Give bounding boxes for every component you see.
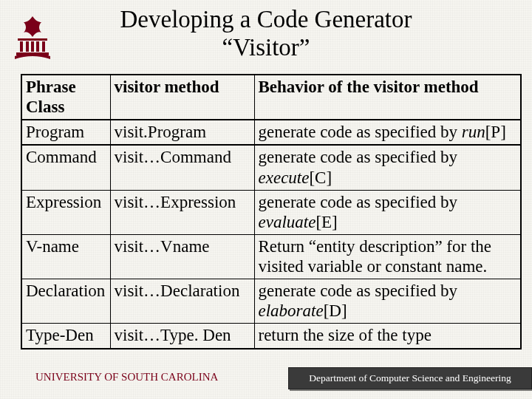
header-visitor-method: visitor method bbox=[110, 75, 254, 120]
footer: UNIVERSITY OF SOUTH CAROLINA Department … bbox=[30, 365, 532, 390]
behavior-italic: elaborate bbox=[259, 301, 324, 320]
behavior-italic: execute bbox=[259, 168, 310, 187]
cell-method: visit…Vname bbox=[110, 234, 254, 279]
cell-method: visit…Declaration bbox=[110, 279, 254, 324]
cell-behavior: generate code as specified by execute[C] bbox=[254, 145, 521, 190]
behavior-italic: evaluate bbox=[259, 213, 316, 231]
behavior-pre: generate code as specified by bbox=[259, 282, 457, 300]
cell-method: visit…Type. Den bbox=[110, 324, 254, 349]
behavior-pre: Return “entity description” for the visi… bbox=[259, 237, 492, 276]
svg-rect-3 bbox=[31, 41, 34, 52]
cell-phrase: Type-Den bbox=[21, 324, 110, 349]
behavior-pre: generate code as specified by bbox=[259, 148, 457, 166]
slide-title: Developing a Code Generator “Visitor” bbox=[0, 0, 532, 62]
table-row: Declaration visit…Declaration generate c… bbox=[21, 279, 521, 324]
behavior-italic: run bbox=[462, 123, 485, 141]
table-row: Expression visit…Expression generate cod… bbox=[21, 190, 521, 234]
behavior-post: [E] bbox=[316, 213, 337, 231]
slide: Developing a Code Generator “Visitor” Ph… bbox=[0, 0, 532, 399]
cell-method: visit.Program bbox=[110, 120, 254, 145]
header-behavior: Behavior of the visitor method bbox=[254, 75, 521, 120]
cell-behavior: generate code as specified by run[P] bbox=[254, 120, 521, 145]
cell-phrase: Command bbox=[21, 145, 110, 190]
cell-behavior: return the size of the type bbox=[254, 324, 521, 349]
svg-rect-0 bbox=[18, 38, 47, 41]
cell-behavior: generate code as specified by evaluate[E… bbox=[254, 190, 521, 234]
cell-behavior: Return “entity description” for the visi… bbox=[254, 234, 521, 279]
table-row: Command visit…Command generate code as s… bbox=[21, 145, 521, 190]
table-row: Type-Den visit…Type. Den return the size… bbox=[21, 324, 521, 349]
cell-phrase: V-name bbox=[21, 234, 110, 279]
cell-phrase: Program bbox=[21, 120, 110, 145]
footer-department: Department of Computer Science and Engin… bbox=[288, 367, 532, 389]
cell-behavior: generate code as specified by elaborate[… bbox=[254, 279, 521, 324]
visitor-table: Phrase Class visitor method Behavior of … bbox=[21, 74, 522, 349]
behavior-pre: generate code as specified by bbox=[259, 193, 457, 211]
content-area: Phrase Class visitor method Behavior of … bbox=[21, 74, 522, 349]
footer-university: UNIVERSITY OF SOUTH CAROLINA bbox=[30, 365, 288, 390]
cell-method: visit…Command bbox=[110, 145, 254, 190]
svg-rect-4 bbox=[36, 41, 39, 52]
header-class: Class bbox=[26, 98, 64, 116]
cell-phrase: Expression bbox=[21, 190, 110, 234]
cell-phrase: Declaration bbox=[21, 279, 110, 324]
svg-rect-5 bbox=[42, 41, 45, 52]
behavior-post: [P] bbox=[485, 123, 506, 141]
behavior-post: [C] bbox=[309, 168, 332, 187]
behavior-pre: generate code as specified by bbox=[259, 123, 462, 141]
header-phrase: Phrase bbox=[26, 78, 76, 96]
title-line-1: Developing a Code Generator bbox=[120, 6, 412, 33]
behavior-pre: return the size of the type bbox=[259, 326, 432, 344]
title-line-2: “Visitor” bbox=[222, 34, 310, 61]
table-row: Program visit.Program generate code as s… bbox=[21, 120, 521, 145]
svg-rect-2 bbox=[26, 41, 29, 52]
svg-rect-1 bbox=[20, 41, 23, 52]
table-row: V-name visit…Vname Return “entity descri… bbox=[21, 234, 521, 279]
university-logo bbox=[10, 13, 55, 62]
cell-method: visit…Expression bbox=[110, 190, 254, 234]
behavior-post: [D] bbox=[324, 301, 347, 320]
table-header-row: Phrase Class visitor method Behavior of … bbox=[21, 75, 521, 120]
header-phrase-class: Phrase Class bbox=[21, 75, 110, 120]
